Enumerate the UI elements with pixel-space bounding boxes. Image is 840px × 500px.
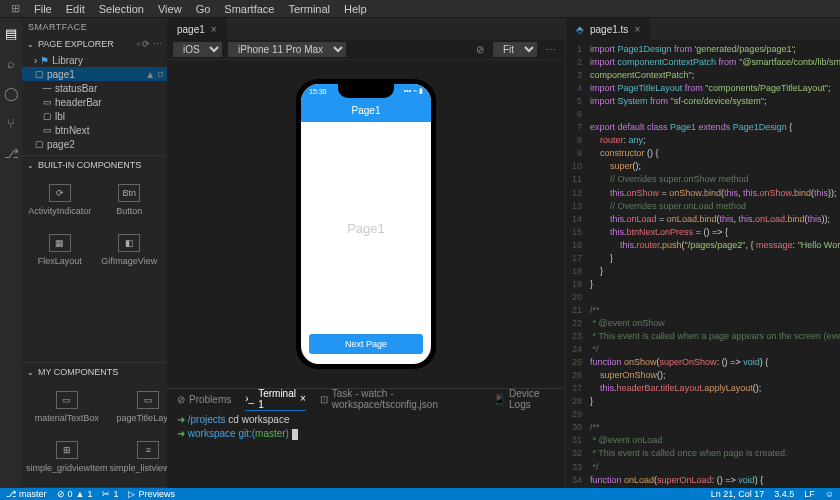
signal-icons: ••• ⌁ ▮ — [404, 87, 423, 95]
sidebar: SMARTFACE ⌄ PAGE EXPLORER ▫ ⟳ ⋯ › ⚑ Libr… — [22, 18, 167, 488]
branch-icon[interactable]: ⎇ — [2, 144, 20, 162]
menu-selection[interactable]: Selection — [92, 3, 151, 15]
device-select[interactable]: iPhone 11 Pro Max — [228, 42, 346, 57]
ts-icon: ⬘ — [576, 24, 584, 35]
library-item[interactable]: › ⚑ Library — [22, 53, 167, 67]
tree-label: page2 — [47, 139, 75, 150]
component-icon: ≡ — [137, 441, 159, 459]
tree-item[interactable]: ▭btnNext — [22, 123, 167, 137]
version-item[interactable]: 3.4.5 — [774, 489, 794, 499]
next-page-button[interactable]: Next Page — [309, 334, 423, 354]
tree-label: statusBar — [55, 83, 97, 94]
notch — [338, 84, 394, 98]
previews-item[interactable]: ▷Previews — [128, 489, 175, 499]
tree-item[interactable]: ▭headerBar — [22, 95, 167, 109]
tab-label: page1 — [177, 24, 205, 35]
feedback-icon[interactable]: ☺ — [825, 489, 834, 499]
code-area[interactable]: 1234567891011121314151617181920212223242… — [566, 40, 840, 488]
tab-task[interactable]: ⊡ Task - watch - workspace/tsconfig.json — [320, 388, 479, 410]
terminal[interactable]: ➜ /projects cd workspace ➜ workspace git… — [167, 409, 565, 488]
my-header[interactable]: ⌄ MY COMPONENTS — [22, 365, 167, 379]
builtin-section: ⌄ BUILT-IN COMPONENTS ⟳ActivityIndicator… — [22, 156, 167, 363]
phone-screen[interactable]: 15:30 ••• ⌁ ▮ Page1 Page1 Next Page — [301, 84, 431, 364]
scissors-item[interactable]: ✂1 — [102, 489, 118, 499]
component-icon: ▭ — [56, 391, 78, 409]
search-icon[interactable]: ⌕ — [2, 54, 20, 72]
chevron-down-icon: ⌄ — [27, 40, 34, 49]
problems-item[interactable]: ⊘0 ▲1 — [57, 489, 93, 499]
component-icon: ▦ — [49, 234, 71, 252]
component-FlexLayout[interactable]: ▦FlexLayout — [26, 226, 94, 274]
tree-item[interactable]: —statusBar — [22, 81, 167, 95]
tree-item[interactable]: ▢page1▲ ⌑ — [22, 67, 167, 81]
bottom-panel: ⊘ Problems ›_ Terminal 1 × ⊡ Task - watc… — [167, 388, 565, 488]
tree-label: lbl — [55, 111, 65, 122]
center-panel: page1 × iOS iPhone 11 Pro Max ⊘ Fit ⋯ 15… — [167, 18, 565, 488]
section-label: MY COMPONENTS — [38, 367, 118, 377]
debug-icon[interactable]: ◯ — [2, 84, 20, 102]
tree-item[interactable]: ▢page2 — [22, 137, 167, 151]
status-bar: ⎇ master ⊘0 ▲1 ✂1 ▷Previews Ln 21, Col 1… — [0, 488, 840, 500]
link-icon[interactable]: ⊘ — [473, 44, 487, 55]
lncol-item[interactable]: Ln 21, Col 17 — [711, 489, 765, 499]
item-icon: ▢ — [34, 139, 44, 149]
platform-select[interactable]: iOS — [173, 42, 222, 57]
branch-item[interactable]: ⎇ master — [6, 489, 47, 499]
item-icon: ▭ — [42, 125, 52, 135]
menu-file[interactable]: File — [27, 3, 59, 15]
phone-time: 15:30 — [309, 88, 327, 95]
component-label: simple_listviewItem — [110, 463, 167, 473]
component-GifImageView[interactable]: ◧GifImageView — [96, 226, 164, 274]
page-explorer-header[interactable]: ⌄ PAGE EXPLORER ▫ ⟳ ⋯ — [22, 37, 167, 51]
fit-select[interactable]: Fit — [493, 42, 537, 57]
tab-terminal[interactable]: ›_ Terminal 1 × — [245, 388, 306, 411]
files-icon[interactable]: ▤ — [2, 24, 20, 42]
tab-page1[interactable]: page1 × — [167, 18, 228, 40]
menu-help[interactable]: Help — [337, 3, 374, 15]
close-icon[interactable]: × — [634, 24, 640, 35]
editor-tabbar: ⬘ page1.ts × — [566, 18, 840, 40]
code-content[interactable]: import Page1Design from 'generated/pages… — [586, 40, 840, 488]
component-icon: Btn — [118, 184, 140, 202]
tab-problems[interactable]: ⊘ Problems — [177, 394, 231, 405]
component-label: simple_gridviewItem — [26, 463, 108, 473]
tree-label: Library — [52, 55, 83, 66]
menu-edit[interactable]: Edit — [59, 3, 92, 15]
my-grid: ▭materialTextBox▭pageTitleLayout⊞simple_… — [22, 379, 167, 485]
encoding-item[interactable]: LF — [804, 489, 815, 499]
tab-page1-ts[interactable]: ⬘ page1.ts × — [566, 18, 651, 40]
code-editor: ⬘ page1.ts × 123456789101112131415161718… — [565, 18, 840, 488]
component-icon: ⟳ — [49, 184, 71, 202]
component-label: materialTextBox — [35, 413, 99, 423]
item-icon: — — [42, 83, 52, 93]
component-label: FlexLayout — [38, 256, 82, 266]
component-simple_gridviewItem[interactable]: ⊞simple_gridviewItem — [26, 433, 108, 481]
component-pageTitleLayout[interactable]: ▭pageTitleLayout — [110, 383, 167, 431]
tab-device-logs[interactable]: 📱 Device Logs — [493, 388, 555, 410]
cursor — [292, 429, 298, 440]
panel-tabs: ⊘ Problems ›_ Terminal 1 × ⊡ Task - watc… — [167, 389, 565, 409]
component-materialTextBox[interactable]: ▭materialTextBox — [26, 383, 108, 431]
component-ActivityIndicator[interactable]: ⟳ActivityIndicator — [26, 176, 94, 224]
menu-go[interactable]: Go — [189, 3, 218, 15]
component-Button[interactable]: BtnButton — [96, 176, 164, 224]
more-icon[interactable]: ⋯ — [543, 44, 559, 55]
main-area: ▤ ⌕ ◯ ⑂ ⎇ SMARTFACE ⌄ PAGE EXPLORER ▫ ⟳ … — [0, 18, 840, 488]
component-simple_listviewItem[interactable]: ≡simple_listviewItem — [110, 433, 167, 481]
tab-label: page1.ts — [590, 24, 628, 35]
phone-header[interactable]: Page1 — [301, 98, 431, 122]
menu-terminal[interactable]: Terminal — [281, 3, 337, 15]
menu-view[interactable]: View — [151, 3, 189, 15]
source-control-icon[interactable]: ⑂ — [2, 114, 20, 132]
component-icon: ▭ — [137, 391, 159, 409]
phone-body[interactable]: Page1 — [301, 122, 431, 334]
tree-label: headerBar — [55, 97, 102, 108]
library-icon: ⚑ — [40, 55, 49, 66]
designer-tabbar: page1 × — [167, 18, 565, 40]
menu-smartface[interactable]: Smartface — [217, 3, 281, 15]
close-icon[interactable]: × — [211, 24, 217, 35]
component-icon: ⊞ — [56, 441, 78, 459]
section-actions[interactable]: ▫ ⟳ ⋯ — [137, 39, 162, 49]
builtin-header[interactable]: ⌄ BUILT-IN COMPONENTS — [22, 158, 167, 172]
tree-item[interactable]: ▢lbl — [22, 109, 167, 123]
